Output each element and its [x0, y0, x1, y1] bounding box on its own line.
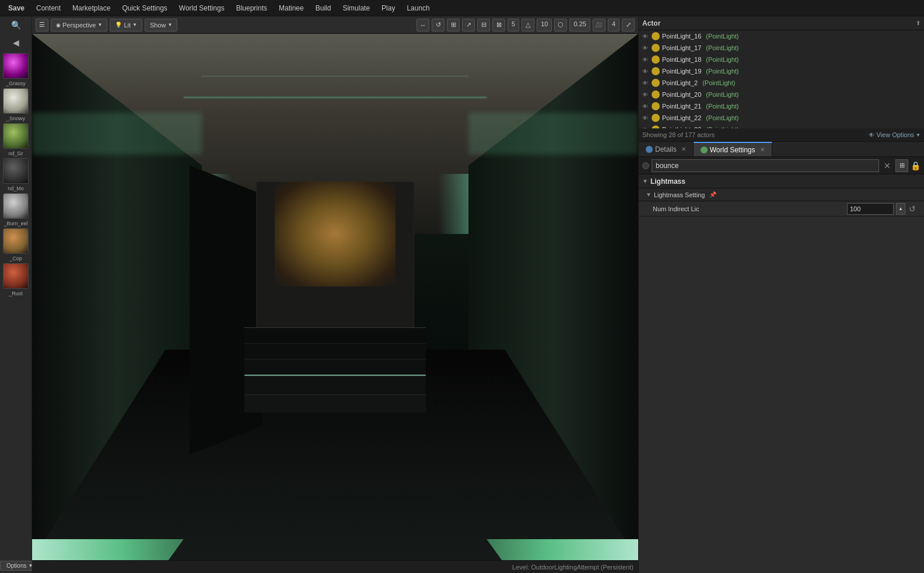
material-thumb-5[interactable] — [3, 228, 29, 254]
outliner-row[interactable]: 👁 PointLight_16 (PointLight) — [639, 30, 924, 42]
menu-simulate[interactable]: Simulate — [337, 0, 376, 16]
lightmass-settings-header[interactable]: ▼ Lightmass Setting 📌 — [639, 188, 924, 201]
lit-btn[interactable]: 💡 Lit ▼ — [110, 19, 142, 32]
num-indirect-spin-up[interactable]: ▲ — [896, 203, 905, 215]
menu-content[interactable]: Content — [30, 0, 66, 16]
actor-type: (PointLight) — [706, 114, 738, 121]
tab-details[interactable]: Details ✕ — [639, 142, 694, 156]
sidebar-toggle-btn[interactable]: ◀ — [0, 34, 32, 51]
outliner: Actor ⬆ 👁 PointLight_16 (PointLight) 👁 P… — [639, 16, 924, 142]
menu-matinee[interactable]: Matinee — [273, 0, 310, 16]
prop-tabs: Details ✕ World Settings ✕ — [639, 142, 924, 157]
world-settings-tab-icon — [701, 146, 708, 153]
grid-snap-value[interactable]: 5 — [508, 19, 519, 32]
world-settings-tab-close[interactable]: ✕ — [760, 146, 765, 153]
lightmass-title: Lightmass — [650, 177, 685, 186]
snap-btn[interactable]: ⊟ — [477, 19, 490, 32]
perspective-btn[interactable]: ◉ Perspective ▼ — [51, 19, 107, 32]
num-indirect-row: Num Indirect Lic ▲ ↺ — [639, 201, 924, 216]
cam-speed-icon[interactable]: 🎥 — [593, 19, 606, 32]
menu-world-settings[interactable]: World Settings — [173, 0, 230, 16]
eye-icon: 👁 — [641, 79, 649, 87]
eye-icon: 👁 — [641, 90, 649, 99]
scale-btn[interactable]: ⊞ — [447, 19, 460, 32]
menu-blueprints[interactable]: Blueprints — [230, 0, 273, 16]
left-sidebar: 🔍 ◀ _Grassy _Snowy nd_Gr nd_Mo _Burn_eel… — [0, 16, 32, 573]
actor-name: PointLight_22 — [662, 114, 701, 121]
eye-icon: 👁 — [641, 32, 649, 40]
triangle-icon[interactable]: △ — [522, 19, 534, 32]
outliner-row[interactable]: 👁 PointLight_19 (PointLight) — [639, 65, 924, 77]
outliner-sort-icon[interactable]: ⬆ — [916, 20, 921, 26]
show-btn[interactable]: Show ▼ — [145, 19, 177, 32]
maximize-btn[interactable]: ⤢ — [622, 19, 635, 32]
actor-icon — [652, 67, 660, 75]
search-clear-btn[interactable]: ✕ — [881, 161, 893, 170]
view-options-btn[interactable]: 👁 View Options ▼ — [869, 131, 921, 138]
num-indirect-input[interactable] — [847, 203, 894, 215]
main-area: 🔍 ◀ _Grassy _Snowy nd_Gr nd_Mo _Burn_eel… — [0, 16, 924, 573]
details-tab-close[interactable]: ✕ — [681, 146, 686, 152]
menu-marketplace[interactable]: Marketplace — [66, 0, 116, 16]
outliner-row[interactable]: 👁 PointLight_20 (PointLight) — [639, 89, 924, 100]
window-glow — [275, 181, 396, 286]
search-lock-btn[interactable]: 🔒 — [911, 161, 921, 170]
menu-play[interactable]: Play — [376, 0, 401, 16]
num-indirect-reset[interactable]: ↺ — [908, 204, 917, 214]
outliner-row[interactable]: 👁 PointLight_18 (PointLight) — [639, 54, 924, 65]
menu-quick-settings[interactable]: Quick Settings — [116, 0, 173, 16]
outliner-row[interactable]: 👁 PointLight_17 (PointLight) — [639, 42, 924, 54]
actor-name: PointLight_17 — [662, 44, 701, 51]
outliner-row[interactable]: 👁 PointLight_21 (PointLight) — [639, 100, 924, 112]
outliner-row[interactable]: 👁 PointLight_22 (PointLight) — [639, 112, 924, 124]
scale-icon[interactable]: ⬡ — [554, 19, 567, 32]
actor-name: PointLight_19 — [662, 68, 701, 75]
material-thumb-4[interactable] — [3, 193, 29, 219]
actor-type: (PointLight) — [706, 33, 738, 40]
sidebar-search-btn[interactable]: 🔍 — [0, 16, 32, 34]
actor-icon — [652, 32, 660, 40]
lightmass-section-header[interactable]: ▼ Lightmass — [639, 174, 924, 188]
actor-name: PointLight_2 — [662, 79, 698, 86]
property-search-input[interactable] — [652, 159, 879, 172]
actor-icon — [652, 55, 660, 64]
material-thumb-6[interactable] — [3, 263, 29, 289]
lightmass-settings-title: Lightmass Setting — [654, 191, 705, 198]
viewport-hamburger[interactable]: ☰ — [36, 19, 48, 32]
thumb-label-3: nd_Mo — [0, 186, 32, 191]
outliner-row[interactable]: 👁 PointLight_23 (PointLight) — [639, 124, 924, 128]
viewport-canvas[interactable] — [32, 34, 638, 560]
actor-icon — [652, 114, 660, 122]
outliner-row[interactable]: 👁 PointLight_2 (PointLight) — [639, 77, 924, 89]
surface-snap-btn[interactable]: ⊠ — [492, 19, 505, 32]
outliner-status: Showing 28 of 177 actors — [642, 131, 715, 138]
tab-world-settings[interactable]: World Settings ✕ — [694, 142, 772, 156]
corridor-scene — [32, 34, 638, 560]
material-thumb-2[interactable] — [3, 123, 29, 149]
eye-icon: 👁 — [641, 55, 649, 64]
material-thumb-1[interactable] — [3, 88, 29, 114]
material-thumb-3[interactable] — [3, 158, 29, 184]
menu-launch[interactable]: Launch — [401, 0, 435, 16]
menu-build[interactable]: Build — [310, 0, 337, 16]
select-mode-btn[interactable]: ↗ — [462, 19, 475, 32]
thumb-label-2: nd_Gr — [0, 151, 32, 156]
rotate-btn[interactable]: ↺ — [432, 19, 444, 32]
viewport-status: Level: OutdoorLightingAttempt (Persisten… — [32, 560, 638, 573]
details-tab-icon — [646, 146, 653, 153]
search-grid-btn[interactable]: ⊞ — [895, 159, 908, 172]
cam-speed-value[interactable]: 4 — [608, 19, 620, 32]
scale-snap-value[interactable]: 0.25 — [569, 19, 590, 32]
outliner-list[interactable]: 👁 PointLight_16 (PointLight) 👁 PointLigh… — [639, 30, 924, 128]
translate-btn[interactable]: ↔ — [416, 19, 429, 32]
rotation-snap-value[interactable]: 10 — [537, 19, 552, 32]
menu-save[interactable]: Save — [2, 0, 30, 16]
wall-left-glow — [32, 113, 202, 155]
lightmass-settings-pin: 📌 — [709, 191, 716, 198]
level-label: Level: OutdoorLightingAttempt (Persisten… — [512, 564, 634, 571]
material-thumb-0[interactable] — [3, 53, 29, 79]
viewport-area: ☰ ◉ Perspective ▼ 💡 Lit ▼ Show ▼ ↔ ↺ ⊞ ↗… — [32, 16, 638, 573]
actor-icon — [652, 90, 660, 99]
thumb-label-0: _Grassy — [0, 81, 32, 86]
wall-right-glow — [468, 113, 638, 155]
